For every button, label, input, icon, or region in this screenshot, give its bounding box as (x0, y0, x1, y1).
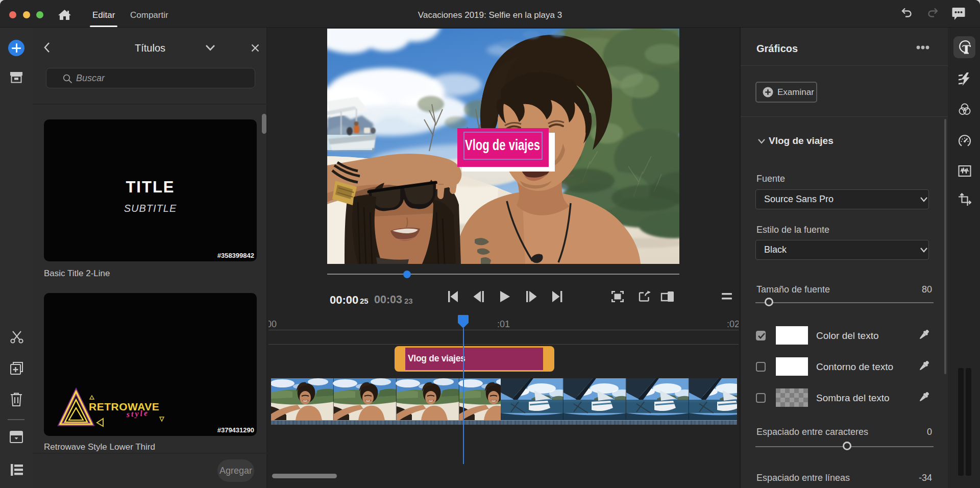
svg-text:style: style (126, 408, 149, 419)
svg-text:Vlog de viajes: Vlog de viajes (465, 137, 540, 153)
